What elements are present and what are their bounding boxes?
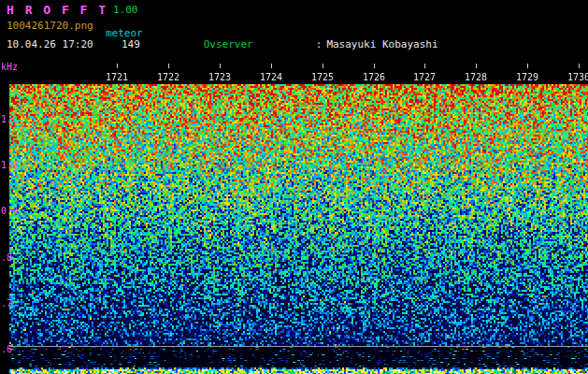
freq-tick-label: .7	[1, 298, 12, 309]
datetime-label: 10.04.26 17:20	[7, 38, 93, 50]
time-tick-label: 1724	[260, 72, 282, 83]
freq-tick-label: .6	[1, 344, 12, 354]
info-value: Masayuki Kobayashi	[326, 38, 437, 50]
time-tick-label: 1730	[567, 72, 588, 83]
info-colon: :	[316, 38, 323, 50]
app-title: H R O F F T	[7, 3, 108, 17]
time-tick-label: 1726	[363, 72, 385, 83]
spectrogram-canvas	[9, 64, 588, 374]
freq-tick-label: 0.9	[1, 206, 18, 216]
app-version: 1.00	[113, 4, 138, 16]
time-tick-label: 1727	[413, 72, 436, 83]
freq-tick-label: kHz	[1, 62, 18, 72]
echo-count: 149	[122, 38, 140, 50]
freq-tick-label: 1.1	[1, 114, 18, 124]
info-row-observer: Ovserver:Masayuki Kobayashi	[166, 26, 588, 63]
output-filename: 1004261720.png	[7, 20, 93, 32]
time-tick-label: 1722	[157, 72, 179, 83]
spectrogram-plot: 1721172217231724172517261727172817291730	[9, 64, 588, 374]
time-tick-label: 1728	[465, 72, 487, 83]
info-label: Ovserver	[204, 38, 316, 50]
time-tick-label: 1729	[516, 72, 538, 83]
time-tick-label: 1723	[208, 72, 231, 83]
freq-tick-label: 1.0	[1, 160, 18, 170]
hrofft-screen: H R O F F T 1.00 1004261720.png meteor 1…	[0, 0, 588, 374]
time-tick-label: 1721	[106, 72, 128, 83]
freq-tick-label: .8	[1, 252, 12, 263]
time-tick-label: 1725	[311, 72, 334, 83]
